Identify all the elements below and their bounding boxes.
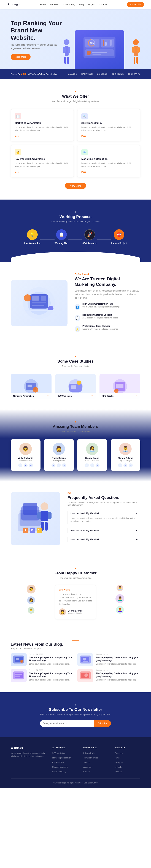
process-connector-1 xyxy=(68,240,82,240)
testimonial-stars-0: ★★★★★ xyxy=(59,588,92,591)
team-avatar-0: 👨 xyxy=(19,443,32,455)
nav-cta-button[interactable]: Contact Us xyxy=(127,2,144,7)
offer-grid: 📊 Marketing Automation Lorem ipsum dolor… xyxy=(11,109,140,177)
process-title: Working Process xyxy=(11,214,140,219)
team-name-2: Stacey Evans xyxy=(80,457,105,459)
svg-point-53 xyxy=(41,502,48,510)
team-social-in-2[interactable]: in xyxy=(96,463,99,467)
team-social-fb-0[interactable]: f xyxy=(18,463,22,467)
case-arrow-2[interactable]: → xyxy=(135,394,138,397)
team-social-tw-0[interactable]: t xyxy=(24,463,28,467)
footer-link-11[interactable]: Terms of Service xyxy=(83,757,98,759)
blog-card-2[interactable]: January 24, 2022 The Step-by-Step Guide … xyxy=(11,669,74,682)
team-avatar-1: 👩 xyxy=(53,443,65,455)
footer-link-00[interactable]: SEO Marketing xyxy=(52,752,66,754)
team-social-fb-1[interactable]: f xyxy=(52,463,55,467)
nav-blog[interactable]: Blog xyxy=(79,3,84,6)
newsletter-submit-button[interactable]: Subscribe xyxy=(94,720,111,727)
team-social-tw-3[interactable]: t xyxy=(123,463,127,467)
footer-link-21[interactable]: Twitter xyxy=(115,757,120,759)
offer-icon-0: 📊 xyxy=(15,113,21,119)
case-arrow-0[interactable]: → xyxy=(47,394,49,397)
nav-home[interactable]: Home xyxy=(40,3,46,6)
svg-rect-31 xyxy=(32,302,46,303)
blog-card-1[interactable]: January 24, 2022 The Step-by-Step Guide … xyxy=(77,653,140,666)
blog-title-2[interactable]: The Step-by-Step Guide to Improving Your… xyxy=(29,672,74,678)
footer-link-24[interactable]: YouTube xyxy=(115,771,122,773)
nav-pages[interactable]: Pages xyxy=(88,3,95,6)
nav-case-study[interactable]: Case Study xyxy=(63,3,75,6)
testimonial-avatar-side-2: 👨‍💼 xyxy=(28,607,34,614)
footer-link-23[interactable]: LinkedIn xyxy=(115,766,122,768)
footer-link-04[interactable]: Email Marketing xyxy=(52,771,66,773)
team-title: Amazing Team Members xyxy=(11,424,140,429)
case-card-2[interactable]: PPC Results → xyxy=(99,374,140,399)
trusted-company-section: We Are Trusted We Are Trusted Digital Ma… xyxy=(0,262,151,344)
faq-chevron-1: ▶ xyxy=(136,529,137,532)
brand-logo[interactable]: ★ pringo xyxy=(7,3,20,6)
footer-link-20[interactable]: Facebook xyxy=(115,752,123,754)
footer-link-12[interactable]: Support xyxy=(83,761,90,764)
nav-contact[interactable]: Contact xyxy=(99,3,107,6)
faq-answer-0: Lorem ipsum dolor sit amet, consectetur … xyxy=(68,517,140,525)
team-social-in-0[interactable]: in xyxy=(29,463,33,467)
blog-title-3[interactable]: The Step-by-Step Guide to Improving your… xyxy=(96,672,140,678)
svg-rect-17 xyxy=(105,42,107,46)
team-social-tw-1[interactable]: t xyxy=(57,463,61,467)
team-social-tw-2[interactable]: t xyxy=(90,463,94,467)
team-social-fb-3[interactable]: f xyxy=(118,463,122,467)
newsletter-email-input[interactable] xyxy=(40,720,94,727)
footer-brand: ★ pringo Lorem ipsum dolor sit amet, con… xyxy=(11,746,47,773)
nav-links: Home Services Case Study Blog Pages Cont… xyxy=(40,3,107,6)
process-label-3: Launch Project xyxy=(111,242,127,245)
testimonials-dot xyxy=(75,568,76,569)
footer-link-14[interactable]: Contact xyxy=(83,771,90,773)
offer-card-email-marketing: 📧 Marketing Automation Lorem ipsum dolor… xyxy=(77,145,140,177)
footer-col-0: All Services SEO Marketing Marketing Aut… xyxy=(52,746,78,773)
team-social-fb-2[interactable]: f xyxy=(85,463,89,467)
svg-rect-4 xyxy=(64,57,66,64)
stat-text-1: Dedicated Customer Support 24/7 support … xyxy=(82,314,118,322)
newsletter-form: Subscribe xyxy=(40,720,111,727)
dashboard-svg: 65% xyxy=(82,35,117,63)
offer-more-3[interactable]: More xyxy=(81,171,86,173)
footer-link-10[interactable]: Privacy Policy xyxy=(83,752,95,754)
blog-card-0[interactable]: January 24, 2022 The Step-by-Step Guide … xyxy=(11,653,74,666)
footer-link-02[interactable]: Pay-Per-Click xyxy=(52,761,64,764)
team-card-0: 👨 Willie Richards Senior Developer f t i… xyxy=(11,439,41,471)
offer-more-0[interactable]: More xyxy=(15,135,19,137)
offer-more-2[interactable]: More xyxy=(15,171,19,173)
blog-info-2: January 24, 2022 The Step-by-Step Guide … xyxy=(29,669,74,681)
offer-title: What We Offer xyxy=(11,94,140,99)
faq-question-1[interactable]: How can I rank My Website? ▶ xyxy=(68,527,140,534)
footer-link-01[interactable]: Marketing Automation xyxy=(52,757,71,759)
offer-card-marketing-automation: 📊 Marketing Automation Lorem ipsum dolor… xyxy=(11,109,74,142)
team-dot xyxy=(75,421,76,423)
footer-link-13[interactable]: About Us xyxy=(83,766,91,768)
svg-rect-22 xyxy=(132,47,135,53)
faq-chevron-2: ▶ xyxy=(136,538,137,541)
footer-link-22[interactable]: Instagram xyxy=(115,761,123,764)
hero-cta-button[interactable]: Read More xyxy=(11,54,30,60)
nav-services[interactable]: Services xyxy=(50,3,59,6)
case-card-0[interactable]: Marketing Automation → xyxy=(11,374,52,399)
case-arrow-1[interactable]: → xyxy=(91,394,94,397)
footer-col-title-0: All Services xyxy=(52,746,78,749)
brand-name: pringo xyxy=(11,3,20,6)
offer-more-1[interactable]: More xyxy=(81,135,86,137)
faq-question-0[interactable]: How can I rank My Website? ▼ xyxy=(68,510,140,517)
team-grid: 👨 Willie Richards Senior Developer f t i… xyxy=(11,439,140,471)
blog-title-1[interactable]: The Step-by-Step Guide to Improving your… xyxy=(96,656,140,662)
testimonials-grid: 👨 👩 👨‍💼 ★★★★★ Lorem ipsum dolor sit amet… xyxy=(11,585,140,619)
footer-link-03[interactable]: Content Marketing xyxy=(52,766,68,768)
hero-subtitle: Top rankings is challenging for brands u… xyxy=(11,43,62,50)
svg-text:65%: 65% xyxy=(90,42,94,44)
stat-list: 👥 High Customer Retention Rate We mainta… xyxy=(75,303,140,334)
team-social-in-1[interactable]: in xyxy=(62,463,66,467)
case-card-1[interactable]: SEO Campaign → xyxy=(55,374,96,399)
team-social-in-3[interactable]: in xyxy=(129,463,133,467)
faq-question-2[interactable]: How can I rank My Website? ▶ xyxy=(68,536,140,543)
blog-card-3[interactable]: January 24, 2022 The Step-by-Step Guide … xyxy=(77,669,140,682)
blog-title-0[interactable]: The Step-by-Step Guide to Improving Your… xyxy=(29,656,74,662)
view-more-button[interactable]: View More xyxy=(65,183,86,189)
